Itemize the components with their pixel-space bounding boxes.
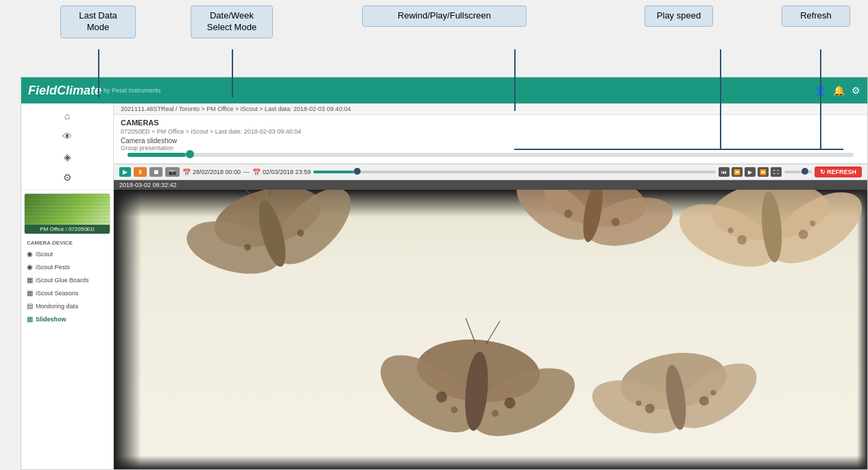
slideshow-progress [121,151,860,160]
seasons-icon: ▦ [27,289,33,297]
camera-header: CAMERAS 072050ED > PM Office > iScout > … [114,115,867,164]
sidebar-item-slideshow[interactable]: ➤ ▦ Slideshow [21,312,113,325]
camera-breadcrumb: 072050ED > PM Office > iScout > Last dat… [121,128,860,135]
sidebar-map-icon[interactable]: ◈ [24,147,110,166]
iscout-pests-icon: ◉ [27,263,33,271]
progress-bar-inner [128,153,186,157]
step-play-button[interactable]: ▶ [745,167,756,177]
moth-container [114,190,867,469]
header-bar: FieldClimate by Pessl Instruments 👤 🔔 ⚙ [21,77,867,103]
sidebar-icons: ⌂ 👁 ◈ ⚙ [21,103,113,190]
fullscreen-button[interactable]: ⛶ [771,167,782,177]
date-to-value: 02/03/2018 23:59 [263,169,311,175]
sidebar-eye-icon[interactable]: 👁 [24,127,110,146]
sidebar-gear-icon[interactable]: ⚙ [24,168,110,187]
glue-boards-icon: ▦ [27,276,33,284]
moth-2 [500,190,686,269]
sidebar-home-icon[interactable]: ⌂ [24,106,110,125]
content-area: 2021111.46STReal / Toronto > PM Office >… [114,103,867,469]
date-from-value: 28/02/2018 00:00 [193,169,241,175]
slideshow-icon: ▦ [27,315,33,323]
connector-playspeed-h [720,149,820,150]
date-from-input[interactable]: 📅 28/02/2018 00:00 [182,169,241,176]
main-content: ⌂ 👁 ◈ ⚙ PM Office / 072050ED CAMERA DEVI… [21,103,867,469]
station-stripes [25,194,110,225]
slideshow-label: Camera slideshow [121,137,860,145]
sidebar: ⌂ 👁 ◈ ⚙ PM Office / 072050ED CAMERA DEVI… [21,103,114,469]
annotation-area: Last Data Mode Date/Week Select Mode Rew… [0,0,868,75]
timeline-slider[interactable] [313,171,716,173]
playback-controls: ⏮ ⏪ ▶ ⏩ ⛶ [719,167,782,177]
logo-text: FieldClimate [28,84,101,98]
app-container: FieldClimate by Pessl Instruments 👤 🔔 ⚙ … [21,77,868,470]
annotation-date-week: Date/Week Select Mode [191,5,273,38]
settings-icon[interactable]: ⚙ [852,85,860,96]
station-card: PM Office / 072050ED [24,193,110,234]
annotation-last-data: Last Data Mode [60,5,136,38]
presentation-label: Group presentation [121,145,860,151]
rewind-button[interactable]: ⏮ [719,167,730,177]
speed-slider[interactable] [784,171,812,173]
controls-bar: ▶ ⏸ ⏹ 📷 📅 28/02/2018 00:00 — 📅 02/03/201… [114,164,867,180]
notifications-icon[interactable]: 🔔 [833,85,845,96]
station-label: PM Office / 072050ED [25,225,110,234]
refresh-button[interactable]: ↻ REFRESH [815,166,862,177]
step-forward-button[interactable]: ⏩ [758,167,769,177]
breadcrumb: 2021111.46STReal / Toronto > PM Office >… [114,103,867,115]
timestamp-value: 2018-03-02 08:32:42 [119,182,177,188]
monitoring-icon: ▤ [27,302,33,310]
sidebar-item-glue-boards[interactable]: ▦ iScout Glue Boards [21,273,113,286]
header-icons: 👤 🔔 ⚙ [815,85,860,96]
moth-3 [666,190,867,288]
screenshot-button[interactable]: 📷 [165,167,180,177]
annotation-rewind-play: Rewind/Play/Fullscreen [362,5,527,27]
iscout-icon: ◉ [27,250,33,258]
sidebar-item-monitoring[interactable]: ▤ Monitoring data [21,299,113,312]
step-back-button[interactable]: ⏪ [732,167,743,177]
refresh-icon: ↻ [820,169,825,175]
speed-control [784,171,812,173]
timeline-thumb [354,168,361,175]
stop-button[interactable]: ⏹ [149,167,162,177]
svg-line-30 [463,318,477,343]
sidebar-section-title: CAMERA DEVICE [21,237,113,247]
timeline-progress [313,171,354,173]
moth-1 [166,190,376,305]
date-to-input[interactable]: 📅 02/03/2018 23:59 [252,169,311,176]
date-separator: — [243,169,250,175]
annotation-play-speed: Play speed [644,5,713,27]
progress-dot [186,150,194,158]
progress-bar-outer [128,153,854,157]
sidebar-item-seasons[interactable]: ▦ iScout Seasons [21,286,113,299]
pause-button[interactable]: ⏸ [134,167,147,177]
logo-sub: by Pessl Instruments [104,87,161,94]
timestamp-bar: 2018-03-02 08:32:42 [114,180,867,190]
logo-area: FieldClimate by Pessl Instruments [28,84,161,98]
moths-svg [114,190,867,469]
sidebar-item-iscout[interactable]: ◉ iScout [21,247,113,260]
camera-view [114,190,867,469]
play-button[interactable]: ▶ [119,167,131,177]
calendar-to-icon: 📅 [252,169,261,176]
cameras-title: CAMERAS [121,119,860,127]
sidebar-item-iscout-pests[interactable]: ◉ iScout Pests [21,260,113,273]
speed-thumb [801,168,808,175]
moth-5 [579,341,773,455]
annotation-refresh: Refresh [782,5,850,27]
moth-4 [363,310,592,458]
calendar-from-icon: 📅 [182,169,191,176]
station-image [25,194,110,225]
